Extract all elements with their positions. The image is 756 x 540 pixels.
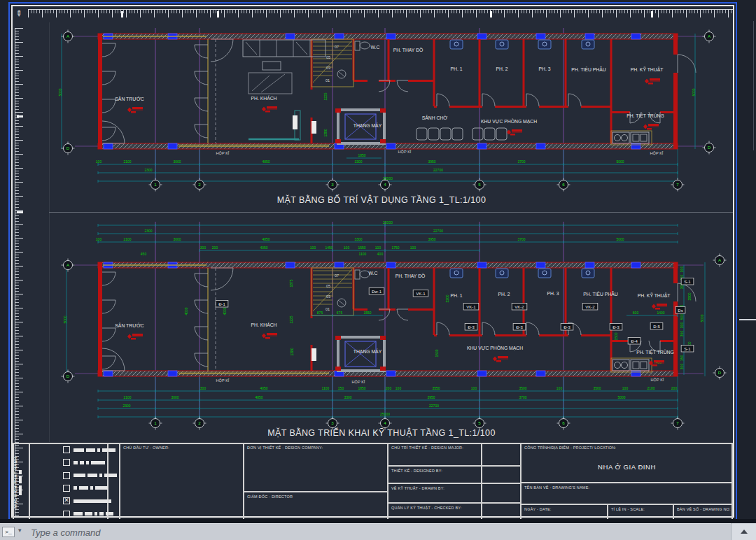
redacted-text-bars bbox=[74, 486, 108, 490]
design-company-label: ĐƠN VỊ THIẾT KẾ - DESIGN COMPANY: bbox=[247, 446, 323, 450]
small-label: HỘP KĨ bbox=[398, 150, 412, 154]
checkbox-checked-icon[interactable]: ✕ bbox=[63, 497, 70, 504]
dimension-label-vertical: 1500 bbox=[614, 332, 618, 340]
issue-row: ✕ bbox=[63, 497, 111, 505]
small-label: 05 bbox=[326, 55, 330, 59]
svg-text:Đ-3: Đ-3 bbox=[612, 325, 620, 329]
dimension-label: 3500 bbox=[593, 386, 601, 390]
drawn-by-cell: VẼ KỸ THUẬT - DRAWN BY: bbox=[388, 483, 482, 503]
chevron-down-icon[interactable]: ▾ bbox=[18, 527, 22, 534]
ruler-marker bbox=[217, 11, 219, 17]
dimension-label: 25000 bbox=[380, 412, 390, 416]
svg-text:7: 7 bbox=[676, 182, 679, 187]
dimension-label: 3300 bbox=[354, 237, 362, 241]
svg-text:Đ-1: Đ-1 bbox=[218, 302, 225, 306]
owner-cell: CHỦ ĐẦU TƯ - OWNER: bbox=[120, 443, 244, 521]
room-label: PH. 3 bbox=[547, 291, 559, 296]
dimension-label: 1750 bbox=[391, 246, 399, 250]
issue-checkbox-cell: ✕ bbox=[29, 443, 108, 521]
reference-tag: Đ-5 bbox=[650, 323, 663, 330]
drawing-no-label: BẢN VẼ SỐ - DRAWING NO: bbox=[677, 507, 731, 511]
svg-text:4: 4 bbox=[384, 182, 386, 187]
dimension-label: 100 bbox=[96, 159, 102, 164]
expand-command-panel-button[interactable] bbox=[731, 523, 756, 540]
plan1-title: MẶT BẰNG BỐ TRÍ VẬT DỤNG TẦNG 1_TL:1/100 bbox=[277, 194, 486, 205]
checkbox-icon[interactable] bbox=[63, 511, 70, 518]
checkbox-icon[interactable] bbox=[63, 485, 70, 492]
level-stamp bbox=[493, 356, 508, 362]
room-label: PH. 3 bbox=[539, 66, 551, 71]
svg-text:Đs: Đs bbox=[678, 308, 682, 313]
dimension-label: 5000 bbox=[616, 237, 624, 241]
dimension-label-vertical: 5000 bbox=[58, 88, 62, 96]
reference-tag: VK-1 bbox=[463, 304, 479, 311]
grid-bubble: 2 bbox=[193, 417, 206, 430]
dimension-label-vertical: 4000 bbox=[184, 307, 188, 315]
room-label: KHU VỰC PHÒNG MẠCH bbox=[467, 345, 523, 350]
issue-row bbox=[63, 484, 108, 492]
horizontal-ruler[interactable] bbox=[28, 9, 733, 20]
dimension-label-vertical: 5000 bbox=[700, 314, 704, 322]
redacted-text-bars bbox=[74, 461, 105, 464]
project-name: NHA Ở GIA ĐINH bbox=[522, 463, 732, 471]
dimension-label: 3700 bbox=[517, 237, 525, 241]
chevron-up-icon bbox=[741, 530, 748, 534]
level-stamp bbox=[645, 78, 660, 85]
grid-bubble: D bbox=[713, 367, 727, 380]
level-stamp bbox=[649, 360, 664, 367]
level-stamp bbox=[262, 333, 277, 339]
designed-by-cell: THIẾT KẾ - DESIGNED BY: bbox=[388, 466, 482, 483]
dimension-label: 4850 bbox=[262, 159, 270, 164]
svg-text:D: D bbox=[718, 370, 722, 375]
redacted-text-bars bbox=[74, 499, 111, 503]
dimension-label: 2300 bbox=[144, 168, 152, 172]
reference-tag: Đ-4 bbox=[628, 338, 640, 345]
svg-text:Đ-3: Đ-3 bbox=[564, 325, 570, 329]
command-bar[interactable]: >_ ▾ bbox=[0, 523, 756, 540]
svg-text:S-1: S-1 bbox=[684, 280, 691, 284]
owner-label: CHỦ ĐẦU TƯ - OWNER: bbox=[123, 446, 169, 450]
dimension-label: 100 bbox=[96, 237, 102, 241]
room-label: PH. THAY ĐỒ bbox=[396, 272, 426, 278]
dimension-label-vertical: 300 bbox=[680, 364, 684, 370]
dimension-label: 1850 bbox=[358, 386, 365, 390]
dimension-label: 875 bbox=[317, 311, 323, 315]
command-prompt-icon[interactable]: >_ bbox=[2, 527, 15, 537]
small-label: 03 bbox=[326, 294, 330, 299]
svg-text:6: 6 bbox=[562, 420, 565, 425]
small-label: 01 bbox=[326, 78, 330, 83]
dimension-label: 1100 bbox=[322, 386, 330, 390]
dimension-label: 5000 bbox=[616, 159, 624, 164]
checkbox-icon[interactable] bbox=[63, 446, 70, 453]
dimension-label-vertical: 5000 bbox=[692, 88, 696, 96]
floor-plan-technical-layout: SÂN TRƯỚCPH. KHÁCHW.CPH. THAY ĐỒPH. 1PH.… bbox=[38, 213, 735, 448]
dimension-label: 3500 bbox=[519, 386, 526, 390]
grid-bubble: 6 bbox=[557, 417, 570, 430]
project-cell: CÔNG TRÌNH/ĐỊA ĐIỂM - PROJECT/ LOCATION:… bbox=[521, 443, 733, 483]
director-label: GIÁM ĐỐC - DIRECTOR bbox=[247, 495, 293, 499]
checkbox-icon[interactable] bbox=[63, 459, 70, 466]
small-label: 05 bbox=[326, 284, 330, 288]
svg-text:VK-1: VK-1 bbox=[416, 292, 426, 296]
dimension-label-vertical: 2800 bbox=[687, 292, 692, 300]
small-label: 03 bbox=[326, 66, 330, 70]
command-input[interactable] bbox=[29, 525, 312, 540]
dimension-label: 100 bbox=[622, 386, 629, 390]
dimension-label-vertical: 1380 bbox=[323, 129, 328, 136]
grid-bubble: 6 bbox=[557, 178, 570, 192]
dimension-label: 4850 bbox=[255, 395, 262, 399]
dimension-label: 1450 bbox=[325, 246, 332, 250]
room-label: PH. THAY ĐỒ bbox=[393, 46, 424, 52]
svg-text:Đ-3: Đ-3 bbox=[516, 325, 523, 329]
purpose-cell: MỤC ĐÍCH PHÁT HÀNH bbox=[13, 443, 29, 521]
checkbox-icon[interactable] bbox=[63, 472, 70, 479]
dimension-label: 100 bbox=[556, 386, 563, 390]
room-label: PH. 2 bbox=[498, 292, 510, 297]
svg-text:Đw-1: Đw-1 bbox=[372, 290, 382, 294]
dimension-label: 4850 bbox=[262, 237, 270, 241]
dimension-label-vertical: 1225 bbox=[289, 315, 293, 323]
signature-cell bbox=[482, 483, 521, 503]
design-company-cell: ĐƠN VỊ THIẾT KẾ - DESIGN COMPANY: bbox=[244, 443, 388, 492]
level-stamp bbox=[643, 124, 659, 130]
room-label: PH. KỸ THUẬT bbox=[631, 66, 664, 72]
